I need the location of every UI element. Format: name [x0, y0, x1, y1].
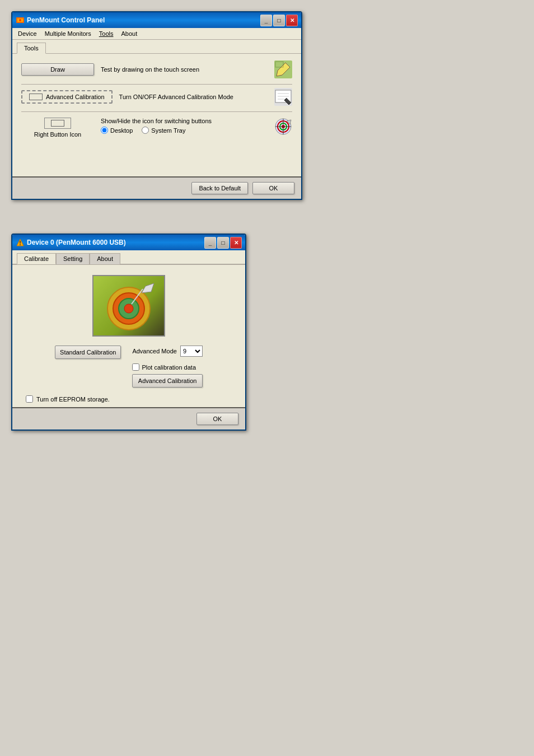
penMount-control-panel-window: PenMount Control Panel _ □ ✕ Device Mult…: [11, 11, 302, 200]
right-options: Advanced Mode 9 4 16 25 Plot calibration…: [132, 346, 203, 388]
eeprom-row: Turn off EEPROM storage.: [26, 395, 110, 403]
back-to-default-button[interactable]: Back to Default: [191, 182, 248, 194]
close-button-2[interactable]: ✕: [230, 237, 242, 249]
tab-bar-2: Calibrate Setting About: [12, 250, 245, 264]
tab-calibrate[interactable]: Calibrate: [17, 253, 56, 264]
svg-point-2: [19, 19, 21, 21]
radio-systemtray-label: System Tray: [151, 127, 185, 134]
right-btn-row: Right Button Icon Show/Hide the icon for…: [21, 115, 292, 138]
window-footer-2: OK: [12, 407, 245, 430]
minimize-button-2[interactable]: _: [204, 237, 216, 249]
calibrate-content: Standard Calibration Advanced Mode 9 4 1…: [12, 264, 245, 407]
title-bar-1: PenMount Control Panel _ □ ✕: [12, 12, 301, 28]
adv-mode-select[interactable]: 9 4 16 25: [180, 346, 203, 357]
draw-button[interactable]: Draw: [21, 63, 94, 76]
draw-description: Test by drawing on the touch screen: [101, 66, 268, 73]
radio-systemtray: System Tray: [142, 127, 185, 134]
plot-cal-label: Plot calibration data: [142, 364, 196, 371]
advanced-cal-label: Advanced Calibration: [46, 94, 105, 100]
radio-desktop-label: Desktop: [110, 127, 133, 134]
plot-cal-row: Plot calibration data: [132, 363, 203, 371]
radio-desktop: Desktop: [101, 127, 133, 134]
advanced-calibration-button[interactable]: Advanced Calibration: [21, 90, 113, 104]
tab-bar-1: Tools: [12, 40, 301, 53]
standard-calibration-button[interactable]: Standard Calibration: [55, 346, 121, 359]
ok-button-1[interactable]: OK: [252, 182, 294, 194]
advanced-cal-row: Advanced Calibration Turn ON/OFF Advance…: [21, 88, 292, 106]
advanced-calibration-button-2[interactable]: Advanced Calibration: [132, 374, 203, 388]
title-text-2: Device 0 (PenMount 6000 USB): [27, 239, 126, 246]
menu-bar-1: Device Multiple Monitors Tools About: [12, 28, 301, 40]
tools-content: Draw Test by drawing on the touch screen: [12, 53, 301, 176]
menu-tools[interactable]: Tools: [96, 29, 117, 38]
menu-device[interactable]: Device: [15, 29, 40, 38]
device0-window: Device 0 (PenMount 6000 USB) _ □ ✕ Calib…: [11, 234, 246, 431]
controls-row: Standard Calibration Advanced Mode 9 4 1…: [26, 346, 232, 388]
draw-row: Draw Test by drawing on the touch screen: [21, 60, 292, 78]
calibration-graphic: [92, 275, 165, 337]
calibration-svg: [98, 281, 160, 331]
maximize-button-2[interactable]: □: [217, 237, 229, 249]
title-bar-left-2: Device 0 (PenMount 6000 USB): [16, 238, 126, 247]
svg-point-27: [124, 304, 133, 313]
advcal-description: Turn ON/OFF Advanced Calibration Mode: [119, 94, 268, 100]
right-btn-inner: [51, 120, 64, 127]
menu-about[interactable]: About: [118, 29, 140, 38]
adv-mode-row: Advanced Mode 9 4 16 25: [132, 346, 203, 357]
minimize-button-1[interactable]: _: [260, 15, 272, 26]
svg-point-23: [20, 244, 21, 245]
right-btn-description: Show/Hide the icon for switching buttons: [101, 118, 268, 124]
radio-desktop-input[interactable]: [101, 127, 108, 134]
app-icon: [16, 16, 25, 25]
advcal-icon: [274, 88, 292, 106]
radio-row: Desktop System Tray: [101, 127, 268, 134]
app-icon-2: [16, 238, 25, 247]
radio-systemtray-input[interactable]: [142, 127, 149, 134]
adv-mode-label: Advanced Mode: [132, 348, 177, 354]
title-bar-2: Device 0 (PenMount 6000 USB) _ □ ✕: [12, 235, 245, 250]
draw-icon: [274, 60, 292, 78]
ok-button-2[interactable]: OK: [196, 413, 238, 425]
maximize-button-1[interactable]: □: [273, 15, 285, 26]
title-controls-2: _ □ ✕: [204, 237, 242, 249]
close-button-1[interactable]: ✕: [286, 15, 298, 26]
tab-tools[interactable]: Tools: [17, 43, 46, 54]
eeprom-checkbox[interactable]: [26, 395, 33, 403]
adv-cal-box: Advanced Calibration: [21, 90, 113, 104]
adv-cal-inner: [29, 94, 43, 100]
separator-1: [21, 84, 292, 85]
tab-setting[interactable]: Setting: [56, 253, 90, 264]
right-btn-icon: [274, 118, 292, 136]
tab-about-2[interactable]: About: [90, 253, 120, 264]
right-btn-icon-box: [44, 118, 71, 129]
eeprom-label: Turn off EEPROM storage.: [36, 396, 110, 403]
separator-2: [21, 111, 292, 112]
menu-multiple-monitors[interactable]: Multiple Monitors: [41, 29, 95, 38]
title-bar-left: PenMount Control Panel: [16, 16, 105, 25]
title-controls-1: _ □ ✕: [260, 15, 298, 26]
title-text-1: PenMount Control Panel: [27, 16, 105, 24]
right-btn-label: Right Button Icon: [34, 131, 81, 138]
plot-cal-checkbox[interactable]: [132, 363, 139, 371]
window-footer-1: Back to Default OK: [12, 176, 301, 199]
svg-marker-28: [142, 283, 154, 293]
right-btn-desc-area: Show/Hide the icon for switching buttons…: [101, 118, 268, 134]
